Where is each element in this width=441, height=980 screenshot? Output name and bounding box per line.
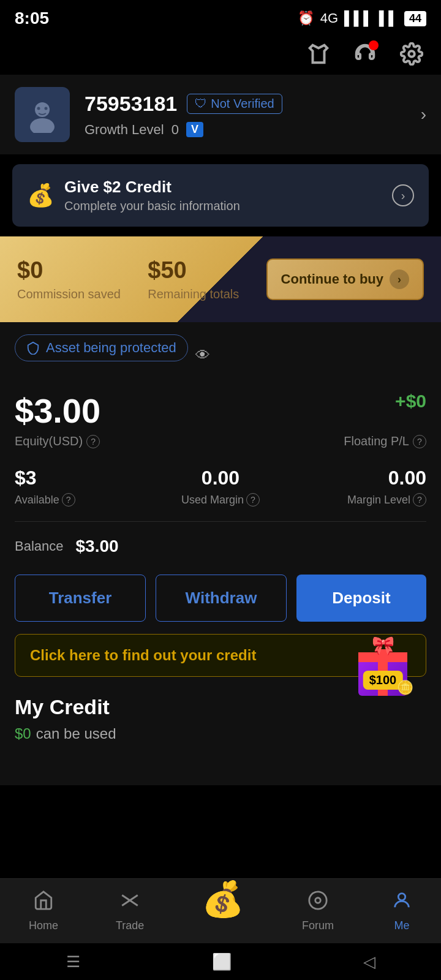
margin-level-stat: 0.00 Margin Level ? (289, 467, 426, 507)
eye-icon[interactable]: 👁 (195, 347, 210, 364)
headset-icon[interactable] (350, 39, 380, 69)
growth-level-label: Growth Level (85, 122, 164, 138)
gift-box: $100 🪙 🎀 (346, 622, 420, 696)
status-time: 8:05 (15, 9, 49, 28)
floating-pl-label: Floating P/L ? (344, 434, 426, 448)
commission-label: Commission saved (17, 287, 135, 301)
battery-indicator: 44 (404, 11, 426, 26)
stats-row: $3 Available ? 0.00 Used Margin ? 0.00 M… (15, 467, 426, 507)
asset-protection-badge: Asset being protected (15, 334, 188, 361)
commission-left: $0 Commission saved (17, 257, 135, 301)
balance-label: Balance (15, 538, 64, 554)
available-help-icon[interactable]: ? (62, 493, 75, 507)
status-icons: ⏰ 4G ▌▌▌ ▌▌ 44 (298, 10, 426, 26)
action-buttons: Transfer Withdraw Deposit (15, 575, 426, 622)
alarm-icon: ⏰ (298, 10, 314, 26)
credit-promo-banner[interactable]: Click here to find out your credit $100 … (15, 634, 426, 677)
equity-header-row: $3.00 +$0 (15, 391, 426, 431)
nav-item-center[interactable]: 💰 (202, 885, 244, 919)
bow-decoration: 🎀 (372, 635, 394, 656)
continue-to-buy-button[interactable]: Continue to buy › (266, 258, 424, 300)
arrow-circle-icon: › (390, 270, 409, 289)
shirt-icon[interactable] (304, 39, 333, 69)
used-margin-help-icon[interactable]: ? (246, 493, 260, 507)
system-nav-bar: ☰ ⬜ ◁ (0, 943, 441, 980)
balance-value: $3.00 (76, 537, 119, 556)
margin-level-help-icon[interactable]: ? (413, 493, 426, 507)
svg-point-8 (315, 898, 321, 903)
credit-amount: $0 (15, 725, 31, 742)
deposit-button[interactable]: Deposit (296, 575, 426, 622)
floating-help-icon[interactable]: ? (413, 435, 426, 448)
remaining-amount: $50 (148, 257, 266, 284)
equity-value: $3.00 (15, 391, 100, 431)
svg-point-0 (409, 51, 415, 57)
forum-icon (307, 890, 328, 916)
commission-amount: $0 (17, 257, 135, 284)
settings-icon[interactable] (397, 39, 426, 69)
margin-level-value: 0.00 (289, 467, 426, 489)
back-icon: ◁ (363, 952, 375, 971)
used-margin-label: Used Margin ? (152, 493, 289, 507)
me-icon (391, 890, 412, 916)
nav-item-trade[interactable]: Trade (116, 890, 144, 932)
forum-label: Forum (302, 919, 334, 932)
chevron-right-icon: › (421, 105, 426, 124)
credit-banner-left: 💰 Give $2 Credit Complete your basic inf… (27, 178, 240, 213)
user-id: 75953181 (85, 92, 177, 116)
equity-help-icon[interactable]: ? (86, 435, 100, 448)
credit-arrow-icon[interactable]: › (392, 184, 414, 206)
nav-item-me[interactable]: Me (391, 890, 412, 932)
coin-decoration: 🪙 (397, 680, 413, 696)
asset-section: Asset being protected 👁 $3.00 +$0 Equity… (0, 322, 441, 785)
can-be-used-label: can be used (36, 725, 116, 742)
coin-center-icon: 💰 (202, 879, 244, 919)
asset-protection-label: Asset being protected (46, 340, 176, 356)
svg-point-7 (309, 892, 326, 909)
home-system-icon: ⬜ (212, 952, 232, 971)
used-margin-stat: 0.00 Used Margin ? (152, 467, 289, 507)
credit-title: Give $2 Credit (64, 178, 240, 197)
my-credit-title: My Credit (15, 695, 426, 719)
available-value: $3 (15, 467, 152, 489)
svg-point-3 (37, 107, 40, 110)
profile-section[interactable]: 75953181 🛡 Not Verified Growth Level 0 V… (0, 75, 441, 154)
dollar-coin-icon: 💰 (27, 183, 55, 208)
transfer-button[interactable]: Transfer (15, 575, 146, 622)
credit-info: Give $2 Credit Complete your basic infor… (64, 178, 240, 213)
signal-icon-2: ▌▌ (379, 10, 398, 26)
profile-id-row: 75953181 🛡 Not Verified (85, 92, 426, 116)
shield-icon: 🛡 (195, 97, 207, 111)
trade-label: Trade (116, 919, 144, 932)
avatar (15, 87, 70, 142)
bottom-nav: Home Trade 💰 Forum Me (0, 878, 441, 943)
nav-item-forum[interactable]: Forum (302, 890, 334, 932)
svg-point-9 (398, 894, 405, 900)
withdraw-button[interactable]: Withdraw (156, 575, 287, 622)
verification-badge[interactable]: 🛡 Not Verified (187, 94, 282, 114)
svg-point-4 (45, 107, 48, 110)
balance-row: Balance $3.00 (15, 537, 426, 556)
continue-btn-label: Continue to buy (281, 271, 383, 287)
my-credit-section: My Credit $0 can be used (15, 695, 426, 767)
available-stat: $3 Available ? (15, 467, 152, 507)
notification-badge (369, 40, 379, 50)
svg-point-2 (30, 118, 55, 133)
my-credit-subtitle: $0 can be used (15, 725, 426, 742)
credit-banner[interactable]: 💰 Give $2 Credit Complete your basic inf… (12, 164, 429, 227)
asset-protection-row: Asset being protected 👁 (15, 334, 426, 376)
top-nav (0, 33, 441, 75)
menu-icon: ☰ (66, 952, 80, 971)
home-icon (33, 890, 54, 916)
network-4g-icon: 4G (320, 10, 338, 26)
shield-protection-icon (26, 341, 40, 355)
v-badge: V (186, 122, 203, 137)
divider (15, 521, 426, 522)
profile-info: 75953181 🛡 Not Verified Growth Level 0 V (85, 92, 426, 138)
growth-level-value: 0 (172, 122, 179, 138)
verification-label: Not Verified (211, 97, 274, 111)
floating-pl-value: +$0 (395, 391, 426, 412)
nav-item-home[interactable]: Home (29, 890, 58, 932)
credit-promo-text: Click here to find out your credit (30, 647, 256, 664)
commission-card: $0 Commission saved $50 Remaining totals… (0, 236, 441, 322)
